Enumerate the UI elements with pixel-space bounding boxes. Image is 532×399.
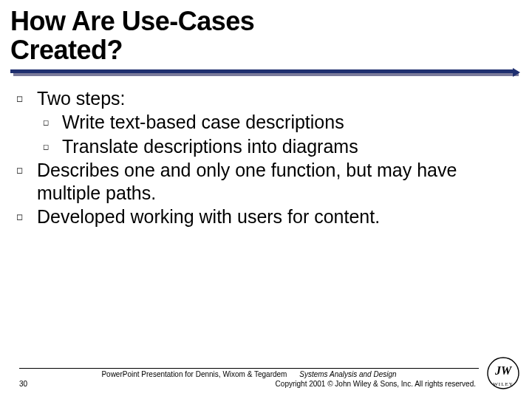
slide: How Are Use-Cases Created? ◻ Two steps: … [9, 7, 523, 392]
title-line-1: How Are Use-Cases [10, 7, 523, 36]
bullet-icon: ◻ [16, 205, 37, 228]
bullet-text: Two steps: [37, 87, 519, 110]
svg-text:JW: JW [494, 364, 513, 377]
svg-text:WILEY: WILEY [493, 381, 514, 387]
title-underline [10, 69, 519, 77]
sub-bullet-item: ◻ Write text-based case descriptions [43, 111, 519, 134]
slide-body: ◻ Two steps: ◻ Write text-based case des… [16, 87, 519, 228]
slide-footer: PowerPoint Presentation for Dennis, Wixo… [19, 368, 479, 389]
page-number: 30 [19, 380, 49, 389]
bullet-item: ◻ Developed working with users for conte… [16, 205, 519, 228]
title-line-2: Created? [10, 36, 523, 65]
bullet-text: Describes one and only one function, but… [37, 159, 519, 204]
footer-book-title: Systems Analysis and Design [299, 370, 396, 378]
footer-credit: PowerPoint Presentation for Dennis, Wixo… [101, 370, 287, 378]
copyright-text: Copyright 2001 © John Wiley & Sons, Inc.… [49, 380, 479, 389]
bullet-text: Translate descriptions into diagrams [62, 135, 519, 158]
bullet-text: Write text-based case descriptions [62, 111, 519, 134]
bullet-icon: ◻ [16, 159, 37, 204]
bullet-icon: ◻ [43, 135, 62, 158]
slide-title: How Are Use-Cases Created? [10, 7, 523, 65]
bullet-icon: ◻ [16, 87, 37, 110]
bullet-text: Developed working with users for content… [37, 205, 519, 228]
publisher-logo-icon: JW WILEY [486, 356, 520, 390]
bullet-item: ◻ Two steps: [16, 87, 519, 110]
footer-credit-line: PowerPoint Presentation for Dennis, Wixo… [19, 370, 479, 380]
footer-divider [19, 368, 479, 369]
bullet-item: ◻ Describes one and only one function, b… [16, 159, 519, 204]
sub-bullet-item: ◻ Translate descriptions into diagrams [43, 135, 519, 158]
bullet-icon: ◻ [43, 111, 62, 134]
